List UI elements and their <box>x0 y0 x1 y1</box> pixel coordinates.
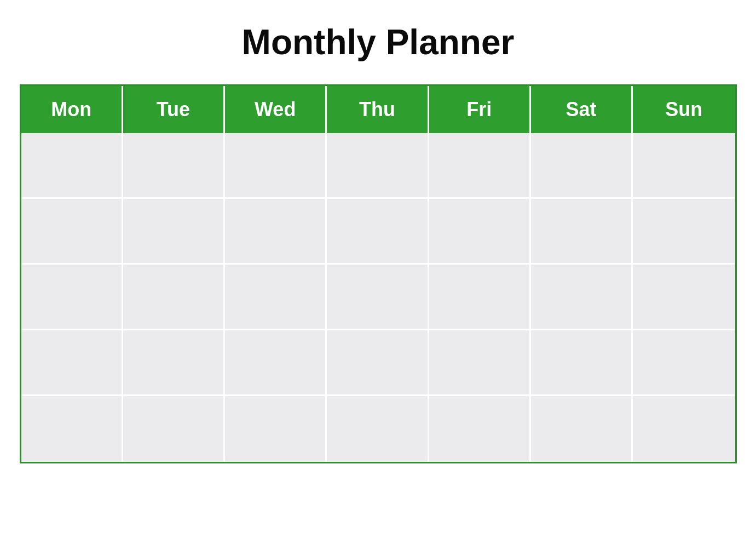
calendar: Mon Tue Wed Thu Fri Sat Sun <box>20 84 737 463</box>
table-row[interactable] <box>21 199 123 265</box>
table-row[interactable] <box>633 330 735 396</box>
table-row[interactable] <box>633 265 735 330</box>
table-row[interactable] <box>327 265 429 330</box>
table-row[interactable] <box>123 199 225 265</box>
table-row[interactable] <box>531 265 633 330</box>
table-row[interactable] <box>21 396 123 462</box>
table-row[interactable] <box>429 265 531 330</box>
table-row[interactable] <box>225 133 327 199</box>
page-title: Monthly Planner <box>242 22 515 62</box>
table-row[interactable] <box>633 396 735 462</box>
table-row[interactable] <box>21 330 123 396</box>
header-tue: Tue <box>123 86 225 133</box>
table-row[interactable] <box>21 133 123 199</box>
table-row[interactable] <box>123 396 225 462</box>
table-row[interactable] <box>531 133 633 199</box>
table-row[interactable] <box>327 199 429 265</box>
table-row[interactable] <box>225 199 327 265</box>
table-row[interactable] <box>429 199 531 265</box>
table-row[interactable] <box>531 199 633 265</box>
table-row[interactable] <box>225 330 327 396</box>
table-row[interactable] <box>225 396 327 462</box>
table-row[interactable] <box>429 396 531 462</box>
header-fri: Fri <box>429 86 531 133</box>
table-row[interactable] <box>225 265 327 330</box>
table-row[interactable] <box>327 396 429 462</box>
table-row[interactable] <box>327 330 429 396</box>
table-row[interactable] <box>633 199 735 265</box>
calendar-body <box>21 133 735 462</box>
header-thu: Thu <box>327 86 429 133</box>
table-row[interactable] <box>327 133 429 199</box>
table-row[interactable] <box>531 396 633 462</box>
table-row[interactable] <box>429 330 531 396</box>
header-sun: Sun <box>633 86 735 133</box>
header-wed: Wed <box>225 86 327 133</box>
calendar-header: Mon Tue Wed Thu Fri Sat Sun <box>21 86 735 133</box>
header-sat: Sat <box>531 86 633 133</box>
table-row[interactable] <box>123 330 225 396</box>
table-row[interactable] <box>429 133 531 199</box>
header-mon: Mon <box>21 86 123 133</box>
table-row[interactable] <box>123 133 225 199</box>
table-row[interactable] <box>21 265 123 330</box>
table-row[interactable] <box>633 133 735 199</box>
table-row[interactable] <box>531 330 633 396</box>
table-row[interactable] <box>123 265 225 330</box>
